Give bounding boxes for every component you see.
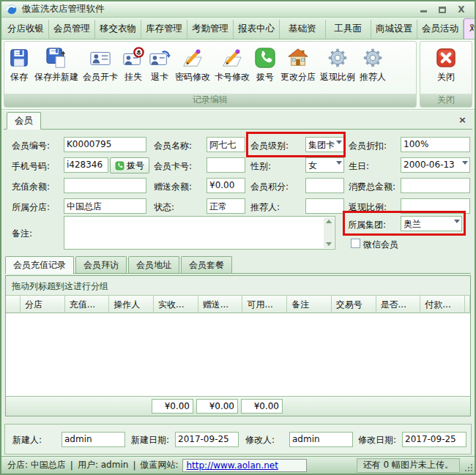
change-card-no-button[interactable]: 卡号修改 [212, 42, 252, 93]
save-button[interactable]: 保存 [6, 42, 32, 93]
tab-tool-panel[interactable]: 工具面 [326, 20, 372, 39]
points-label: 会员积分: [250, 181, 289, 193]
dial-toolbar-label: 拨号 [256, 71, 274, 83]
column-header-available[interactable]: 可用... [242, 296, 287, 313]
ribbon-toolbar: 保存 保存并新建 会员开卡 挂失 退卡 [1, 40, 475, 110]
status-bar: 分店: 中国总店 | 用户: admin | 傲蓝网站: http://www.… [1, 456, 475, 474]
ribbon-group-record-edit: 保存 保存并新建 会员开卡 挂失 退卡 [4, 41, 417, 108]
member-no-field[interactable]: K0000795 [64, 137, 146, 152]
resize-grip[interactable] [464, 459, 473, 472]
dial-toolbar-button[interactable]: 拨号 [252, 42, 278, 93]
subtab-member-visits[interactable]: 会员拜访 [75, 256, 127, 273]
website-link[interactable]: http://www.aolan.net [186, 460, 278, 471]
tab-member-doc[interactable]: 会员 [7, 112, 41, 130]
total-consumption-field[interactable] [401, 178, 470, 193]
change-password-button[interactable]: 密码修改 [173, 42, 212, 93]
recharge-balance-field[interactable] [64, 178, 146, 193]
close-x-icon [435, 47, 457, 69]
status-upload-info: 还有 0 幅图片未上传。 [357, 458, 460, 473]
gender-select[interactable]: 女 [305, 157, 344, 173]
tab-inventory[interactable]: 库存管理 [141, 20, 187, 39]
tab-attendance[interactable]: 考勤管理 [187, 20, 234, 39]
doc-close-icon[interactable]: × [458, 114, 466, 125]
scroll-up-icon[interactable] [326, 220, 332, 223]
form-row-1: 会员编号: K0000795 会员名称: 阿七七 会员级别: 集团卡 会员折扣:… [1, 137, 475, 154]
grid-body-empty[interactable] [6, 313, 470, 396]
status-user: 用户: admin [78, 459, 128, 471]
modified-date-field[interactable]: 2017-09-25 [402, 432, 466, 447]
remark-textarea[interactable] [64, 216, 335, 250]
subtab-recharge-records[interactable]: 会员充值记录 [5, 256, 74, 274]
card-no-field[interactable] [207, 157, 245, 173]
save-label: 保存 [10, 71, 28, 83]
status-website-label: 傲蓝网站: [140, 459, 178, 471]
branch-field[interactable]: 中国总店 [64, 198, 146, 214]
ribbon-group-close: 关闭 关闭 [420, 41, 472, 108]
close-form-button[interactable]: 关闭 [433, 42, 459, 93]
column-header-payment[interactable]: 付款... [420, 296, 465, 313]
change-card-no-label: 卡号修改 [215, 71, 250, 83]
tab-branch-cashier[interactable]: 分店收银 [3, 20, 49, 39]
member-no-label: 会员编号: [12, 140, 50, 152]
column-header-received[interactable]: 实收... [154, 296, 198, 313]
points-field[interactable] [305, 178, 344, 193]
subtab-member-address[interactable]: 会员地址 [128, 256, 179, 273]
change-branch-button[interactable]: 更改分店 [278, 42, 318, 93]
gender-value: 女 [308, 160, 317, 171]
close-window-button[interactable]: X [455, 4, 467, 15]
status-branch: 分店: 中国总店 [7, 459, 66, 471]
column-header-gift[interactable]: 赠送... [198, 296, 243, 313]
created-date-field[interactable]: 2017-09-25 [175, 432, 239, 447]
remark-scrollbar[interactable] [324, 217, 334, 248]
dial-button[interactable]: 拨号 [110, 157, 149, 173]
phone-field[interactable]: i428346 [64, 157, 108, 173]
tab-member-manage[interactable]: 会员管理 [49, 20, 95, 39]
tab-report-center[interactable]: 报表中心 [234, 20, 280, 39]
gift-balance-field[interactable]: ¥0.00 [207, 178, 245, 193]
member-discount-field[interactable]: 100% [401, 137, 470, 152]
column-header-operator[interactable]: 操作人 [109, 296, 154, 313]
minimize-icon [420, 10, 427, 12]
tab-member-activity[interactable]: 会员活动 [417, 20, 464, 39]
created-by-field[interactable]: admin [62, 432, 125, 447]
tab-transfer-clothes[interactable]: 移交衣物 [95, 20, 141, 39]
member-name-field[interactable]: 阿七七 [207, 137, 245, 152]
cashback-ratio-button[interactable]: 返现比例 [318, 42, 357, 93]
report-loss-button[interactable]: 挂失 [120, 42, 146, 93]
status-label: 状态: [154, 201, 174, 214]
title-bar: 傲蓝洗衣店管理软件 X [1, 1, 475, 18]
scroll-down-icon[interactable] [326, 242, 332, 246]
floppy-new-icon [45, 47, 67, 69]
tab-object-manage[interactable]: 对象管理 [464, 18, 476, 39]
column-header-filler [465, 296, 470, 313]
referrer-label: 推荐人: [250, 201, 280, 214]
status-field[interactable]: 正常 [207, 198, 245, 214]
modified-by-label: 修改人: [245, 434, 275, 446]
column-header-whether[interactable]: 是否... [376, 296, 421, 313]
ribbon-group-label-record-edit: 记录编辑 [4, 94, 416, 107]
column-header-recharge[interactable]: 充值... [65, 296, 110, 313]
column-header-transaction[interactable]: 交易号 [332, 296, 376, 313]
return-card-button[interactable]: 退卡 [146, 42, 173, 93]
maximize-button[interactable] [436, 4, 448, 15]
referrer-field[interactable] [305, 198, 344, 214]
modified-by-field[interactable]: admin [289, 432, 353, 447]
save-and-new-button[interactable]: 保存并新建 [32, 42, 81, 93]
minimize-button[interactable] [417, 4, 429, 15]
column-header-remark[interactable]: 备注 [287, 296, 332, 313]
dial-button-label: 拨号 [127, 160, 144, 172]
open-member-card-button[interactable]: 会员开卡 [81, 42, 120, 93]
column-header-branch[interactable]: 分店 [21, 296, 65, 313]
report-loss-label: 挂失 [124, 71, 142, 83]
tab-basic-data[interactable]: 基础资 [280, 20, 326, 39]
birthday-picker[interactable]: 2000-06-13 [401, 157, 470, 173]
change-branch-label: 更改分店 [280, 71, 316, 83]
referrer-button[interactable]: 推荐人 [357, 42, 388, 93]
phone-label: 手机号码: [12, 160, 50, 173]
wechat-member-checkbox[interactable] [351, 239, 360, 248]
modified-date-label: 修改日期: [358, 434, 396, 446]
subtab-member-package[interactable]: 会员套餐 [181, 256, 232, 273]
tab-mall-settings[interactable]: 商城设置 [371, 20, 417, 39]
pencil-icon [182, 47, 204, 69]
highlight-box-group [343, 211, 466, 236]
